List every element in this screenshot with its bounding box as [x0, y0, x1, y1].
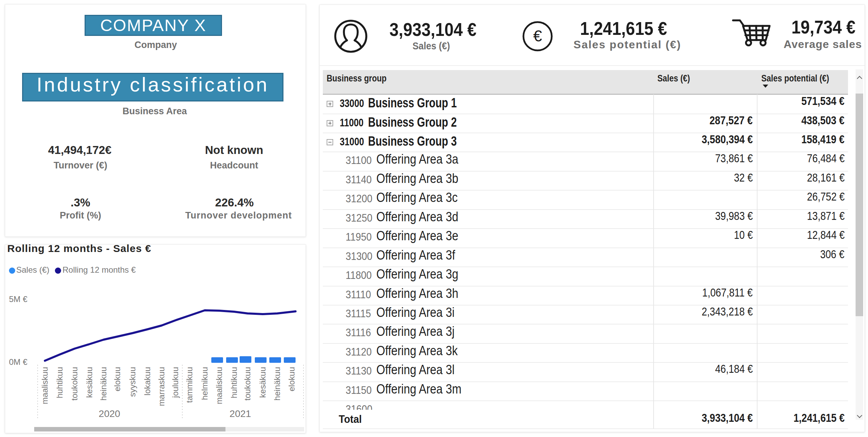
- svg-text:heinäkuu: heinäkuu: [272, 367, 282, 400]
- svg-text:0M €: 0M €: [9, 357, 28, 367]
- svg-text:2020: 2020: [99, 408, 120, 419]
- svg-text:helmikuu: helmikuu: [200, 367, 209, 400]
- svg-text:syyskuu: syyskuu: [128, 367, 137, 397]
- svg-text:huhtikuu: huhtikuu: [229, 367, 239, 398]
- svg-text:maaliskuu: maaliskuu: [214, 367, 224, 404]
- svg-text:kesäkuu: kesäkuu: [258, 367, 267, 398]
- svg-text:elokuu: elokuu: [113, 367, 122, 391]
- svg-text:lokakuu: lokakuu: [143, 367, 152, 396]
- svg-text:huhtikuu: huhtikuu: [55, 367, 64, 398]
- svg-text:toukokuu: toukokuu: [70, 367, 79, 400]
- svg-text:toukokuu: toukokuu: [243, 367, 252, 400]
- svg-text:marraskuu: marraskuu: [157, 367, 166, 406]
- svg-text:elokuu: elokuu: [287, 367, 296, 391]
- svg-text:heinäkuu: heinäkuu: [99, 367, 108, 400]
- svg-text:2021: 2021: [230, 408, 251, 419]
- svg-text:tammikuu: tammikuu: [185, 367, 194, 403]
- svg-text:maaliskuu: maaliskuu: [40, 367, 49, 404]
- svg-text:kesäkuu: kesäkuu: [85, 367, 94, 398]
- svg-text:joulukuu: joulukuu: [171, 367, 180, 398]
- svg-text:5M €: 5M €: [9, 294, 28, 304]
